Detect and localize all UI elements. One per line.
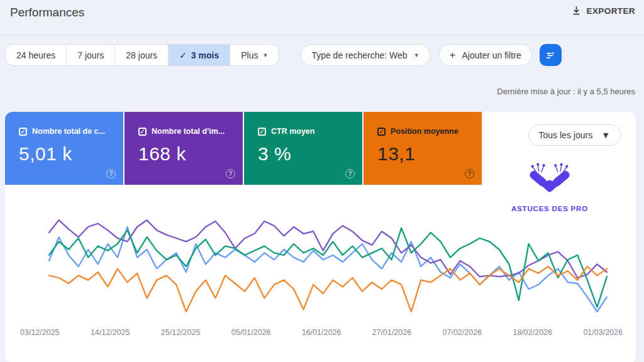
help-icon[interactable]: ? — [106, 169, 116, 178]
tab-7-jours[interactable]: 7 jours — [66, 45, 114, 65]
x-axis-tick-label: 25/12/2025 — [161, 328, 201, 337]
add-filter-button[interactable]: + Ajouter un filtre — [439, 44, 532, 66]
export-button[interactable]: EXPORTER — [572, 6, 635, 16]
checked-checkbox-icon[interactable]: ✓ — [19, 128, 27, 136]
filter-sliders-icon — [545, 50, 556, 61]
page-title: Performances — [10, 6, 84, 19]
metric-label: CTR moyen — [271, 127, 314, 136]
metric-card-3[interactable]: ✓Position moyenne13,1? — [364, 112, 482, 185]
tab-label: 28 jours — [126, 50, 157, 60]
checked-checkbox-icon[interactable]: ✓ — [258, 128, 266, 136]
download-icon — [572, 6, 581, 16]
x-axis-tick-label: 01/03/2026 — [583, 328, 623, 337]
date-range-tabs: 24 heures7 jours28 jours✓3 moisPlus▼ — [5, 44, 279, 66]
chart-series — [49, 228, 607, 307]
chevron-down-icon: ▼ — [414, 52, 419, 58]
tab-label: 24 heures — [16, 50, 55, 60]
x-axis-tick-label: 05/01/2026 — [231, 328, 271, 337]
chart-x-axis: 03/12/202514/12/202525/12/202505/01/2026… — [20, 328, 623, 337]
tab-label: 3 mois — [191, 50, 219, 60]
tab-label: Plus — [241, 50, 258, 60]
tab-3-mois[interactable]: ✓3 mois — [168, 45, 230, 65]
metric-value: 13,1 — [377, 143, 482, 165]
performance-line-chart[interactable] — [20, 206, 623, 328]
x-axis-tick-label: 18/02/2026 — [513, 328, 552, 337]
search-type-dropdown[interactable]: Type de recherche: Web ▼ — [301, 44, 430, 66]
tab-plus[interactable]: Plus▼ — [230, 45, 279, 65]
search-type-label: Type de recherche: Web — [311, 50, 407, 60]
check-icon: ✓ — [179, 50, 187, 60]
metric-label: Nombre total d'im... — [152, 127, 225, 136]
metric-value: 5,01 k — [19, 143, 123, 165]
tab-28-jours[interactable]: 28 jours — [114, 45, 168, 65]
help-icon[interactable]: ? — [465, 169, 474, 178]
plus-icon: + — [450, 49, 456, 62]
metric-card-2[interactable]: ✓CTR moyen3 %? — [244, 112, 362, 185]
x-axis-tick-label: 07/02/2026 — [443, 328, 482, 337]
tab-24-heures[interactable]: 24 heures — [6, 45, 66, 65]
help-icon[interactable]: ? — [226, 169, 235, 178]
checked-checkbox-icon[interactable]: ✓ — [138, 128, 147, 136]
metric-card-1[interactable]: ✓Nombre total d'im...168 k? — [125, 112, 243, 185]
site-logo: ASTUCES DES PRO — [496, 162, 603, 212]
checked-checkbox-icon[interactable]: ✓ — [377, 128, 386, 136]
day-granularity-dropdown[interactable]: Tous les jours ▼ — [528, 124, 621, 146]
chevron-down-icon: ▼ — [262, 52, 268, 58]
metric-label: Nombre total de c... — [32, 127, 105, 136]
help-icon[interactable]: ? — [345, 169, 355, 178]
metric-label: Position moyenne — [391, 127, 458, 136]
tab-label: 7 jours — [77, 50, 104, 60]
handshake-icon — [523, 162, 577, 204]
metric-value: 3 % — [258, 143, 362, 165]
metric-card-0[interactable]: ✓Nombre total de c...5,01 k? — [5, 112, 123, 185]
x-axis-tick-label: 16/01/2026 — [302, 328, 341, 337]
x-axis-tick-label: 03/12/2025 — [20, 328, 60, 337]
metric-value: 168 k — [138, 143, 243, 165]
export-label: EXPORTER — [587, 6, 635, 16]
chevron-down-icon: ▼ — [601, 130, 610, 140]
x-axis-tick-label: 14/12/2025 — [91, 328, 130, 337]
performance-panel: ✓Nombre total de c...5,01 k?✓Nombre tota… — [5, 112, 636, 362]
add-filter-label: Ajouter un filtre — [462, 50, 521, 60]
header-divider — [0, 35, 644, 35]
filter-settings-button[interactable] — [540, 44, 562, 66]
day-filter-label: Tous les jours — [539, 130, 593, 140]
filter-toolbar: 24 heures7 jours28 jours✓3 moisPlus▼ Typ… — [5, 44, 562, 66]
last-update-text: Dernière mise à jour : il y a 5,5 heures — [497, 87, 635, 96]
x-axis-tick-label: 27/01/2026 — [372, 328, 412, 337]
